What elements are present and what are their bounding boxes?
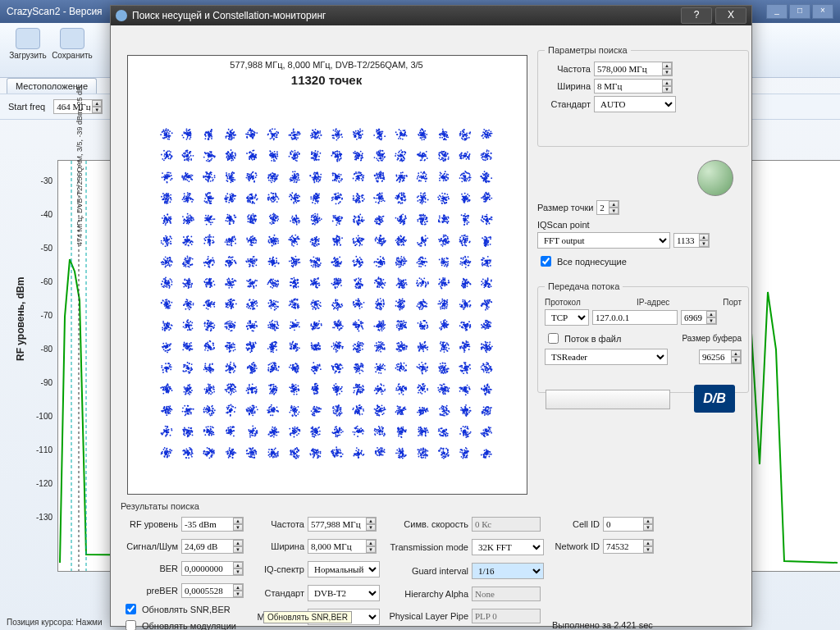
spin-down-icon[interactable]: ▼ xyxy=(92,107,102,113)
start-freq-label: Start freq xyxy=(8,102,45,112)
all-subcarriers-label: Все поднесущие xyxy=(557,257,627,267)
globe-icon[interactable] xyxy=(697,160,733,196)
results-caption: Результаты поиска xyxy=(121,501,742,511)
stream-caption: Передача потока xyxy=(545,281,623,291)
proto-header: Протокол xyxy=(545,298,592,307)
spin-up-icon[interactable]: ▲ xyxy=(92,100,102,107)
port-header: Порт xyxy=(723,298,742,307)
plp-label: Physical Layer Pipe xyxy=(388,611,468,621)
iq-controls: Размер точки▲▼ IQScan point FFT output ▲… xyxy=(537,198,742,269)
freq-input[interactable] xyxy=(594,62,673,76)
search-params-caption: Параметры поиска xyxy=(545,45,631,55)
ip-input[interactable] xyxy=(592,310,678,325)
search-params-group: Параметры поиска Частота▲▼ Ширина▲▼ Стан… xyxy=(537,50,749,147)
elapsed-text: Выполнено за 2.421 sec xyxy=(552,620,654,630)
all-subcarriers-checkbox[interactable] xyxy=(541,256,551,267)
constellation-dialog: Поиск несущей и Constellation-мониторинг… xyxy=(110,5,752,627)
main-close-button[interactable]: × xyxy=(812,4,833,19)
save-label: Сохранить xyxy=(52,51,93,60)
iqspec-select[interactable]: Нормальный xyxy=(308,561,380,578)
update-mod-label: Обновлять модуляции xyxy=(142,621,236,631)
update-snr-label: Обновлять SNR,BER xyxy=(142,605,231,614)
stream-to-file-checkbox[interactable] xyxy=(548,333,559,344)
guard-label: Guard interval xyxy=(388,566,468,576)
dialog-close-button[interactable]: X xyxy=(715,7,746,24)
plp-value xyxy=(472,609,541,623)
update-mod-checkbox[interactable] xyxy=(126,620,136,630)
save-button[interactable]: Сохранить xyxy=(51,26,94,74)
tooltip: Обновлять SNR,BER xyxy=(263,611,352,623)
width-label: Ширина xyxy=(545,81,591,91)
hier-label: Hierarchy Alpha xyxy=(388,589,468,599)
constellation-canvas xyxy=(128,96,525,491)
dialog-icon xyxy=(116,10,127,21)
rf-label: RF уровень xyxy=(121,519,178,529)
iqscan-label: IQScan point xyxy=(537,220,742,230)
status-bar: Позиция курсора: Нажми xyxy=(7,618,103,627)
ip-header: IP-адрес xyxy=(596,298,719,307)
folder-icon xyxy=(16,28,40,49)
point-size-label: Размер точки xyxy=(537,203,593,212)
preber-label: preBER xyxy=(121,586,178,596)
guard-select[interactable]: 1/16 xyxy=(472,563,544,579)
iqscan-select[interactable]: FFT output xyxy=(537,232,670,249)
trans-label: Transmission mode xyxy=(388,542,468,552)
buffer-label: Размер буфера xyxy=(682,334,742,343)
sym-value xyxy=(472,517,541,532)
snr-label: Сигнал/Шум xyxy=(121,541,178,551)
load-button[interactable]: Загрузить xyxy=(7,26,49,74)
app-title: CrazyScan2 - Версия xyxy=(7,6,103,17)
r-freq-label: Частота xyxy=(252,519,304,529)
stream-group: Передача потока ПротоколIP-адресПорт TCP… xyxy=(537,286,749,393)
dialog-help-button[interactable]: ? xyxy=(681,7,712,24)
ber-label: BER xyxy=(121,564,178,573)
load-label: Загрузить xyxy=(9,51,47,60)
update-snr-checkbox[interactable] xyxy=(126,604,136,614)
sym-label: Симв. скорость xyxy=(388,519,468,529)
main-min-button[interactable]: _ xyxy=(766,4,788,19)
trans-select[interactable]: 32K FFT xyxy=(472,539,544,555)
dialog-titlebar[interactable]: Поиск несущей и Constellation-мониторинг… xyxy=(111,6,751,25)
width-input[interactable] xyxy=(594,79,673,94)
plot-title: 11320 точек xyxy=(127,73,526,87)
iqspec-label: IQ-спектр xyxy=(252,564,304,574)
r-std-select[interactable]: DVB-T2 xyxy=(308,585,380,601)
standard-label: Стандарт xyxy=(545,99,591,109)
freq-label: Частота xyxy=(545,64,591,74)
y-ticks: -30-40-50-60-70-80-90-100-110-120-130 xyxy=(33,164,52,534)
results-group: Результаты поиска RF уровень▲▼ Сигнал/Шу… xyxy=(121,501,742,630)
r-width-label: Ширина xyxy=(252,541,304,551)
hier-value xyxy=(472,587,541,601)
net-label: Network ID xyxy=(552,541,600,551)
reader-select[interactable]: TSReader xyxy=(545,349,668,365)
dialog-title: Поиск несущей и Constellation-мониторинг xyxy=(132,10,326,21)
action-button[interactable] xyxy=(546,390,670,409)
disk-icon xyxy=(60,28,84,49)
marker-annotation: 474 МГц, DVB-T2/256QAM, 3/5, -39 dBm, 25… xyxy=(75,86,84,246)
main-max-button[interactable]: □ xyxy=(789,4,810,19)
plot-subtitle: 577,988 МГц, 8,000 МГц, DVB-T2/256QAM, 3… xyxy=(127,60,526,70)
dvb-logo: D/B xyxy=(694,385,735,413)
cell-label: Cell ID xyxy=(552,519,600,529)
r-std-label: Стандарт xyxy=(252,588,304,598)
proto-select[interactable]: TCP xyxy=(545,309,589,326)
stream-to-file-label: Поток в файл xyxy=(564,334,621,344)
y-axis-label: RF уровень, dBm xyxy=(15,277,26,361)
standard-select[interactable]: AUTO xyxy=(594,96,676,112)
